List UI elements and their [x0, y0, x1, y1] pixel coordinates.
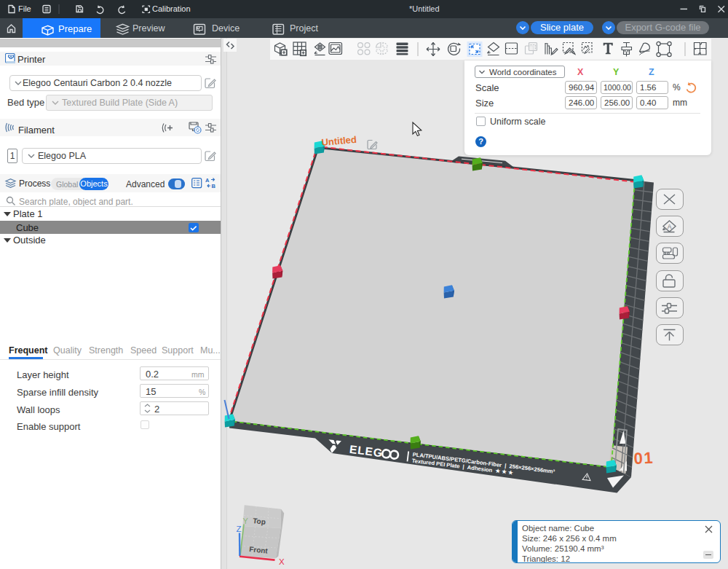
- svg-text:Untitled: Untitled: [321, 134, 357, 148]
- svg-text:X: X: [279, 557, 285, 566]
- svg-text:Y: Y: [243, 517, 249, 525]
- svg-text:A: A: [668, 223, 672, 230]
- svg-text:01: 01: [633, 449, 654, 468]
- svg-text:Top: Top: [253, 517, 266, 526]
- svg-text:Z: Z: [237, 525, 242, 533]
